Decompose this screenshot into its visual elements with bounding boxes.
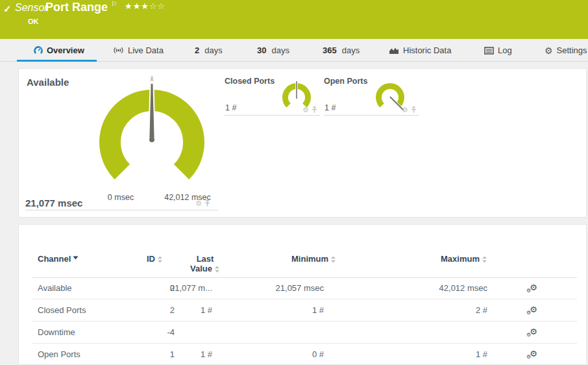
gauge-open-ports-underline <box>324 115 419 116</box>
sort-desc-icon <box>73 256 79 260</box>
tab-historic-data-label: Historic Data <box>403 45 451 55</box>
column-header-value-label: Value <box>190 264 212 273</box>
sort-both-icon <box>482 256 487 263</box>
gauge-settings-icon[interactable]: ⚙ <box>402 107 408 114</box>
tab-live-data[interactable]: Live Data <box>113 45 164 55</box>
tab-historic-data[interactable]: Historic Data <box>389 45 451 55</box>
column-header-last-label: Last <box>184 254 226 264</box>
gauge-available-max: 42,012 msec <box>152 193 223 202</box>
column-header-channel[interactable]: Channel <box>38 254 79 264</box>
channel-settings-gears-icon: ⚙⚙ <box>526 283 537 294</box>
tab-settings[interactable]: ⚙ Settings <box>545 45 587 55</box>
priority-stars[interactable]: ★★★☆☆ <box>125 1 165 11</box>
gauge-closed-ports-actions: ⚙ <box>302 106 317 114</box>
gauge-available-actions: ⚙ <box>195 199 210 207</box>
channel-settings-gears-icon: ⚙⚙ <box>526 305 537 316</box>
gauge-open-ports-actions: ⚙ <box>402 106 417 114</box>
tab-overview-label: Overview <box>47 45 84 55</box>
table-row[interactable]: Open Ports 1 1 # 0 # 1 # ⚙⚙ <box>32 344 577 365</box>
channels-panel: Channel ID Last Value Minimum <box>18 224 587 365</box>
channel-name[interactable]: Closed Ports <box>38 299 135 321</box>
settings-gear-icon: ⚙ <box>545 46 553 55</box>
channel-minimum: 0 # <box>254 344 324 365</box>
sort-both-icon <box>157 256 163 263</box>
tab-log-label: Log <box>498 45 512 55</box>
column-header-maximum[interactable]: Maximum <box>441 254 487 264</box>
live-signal-icon <box>113 46 124 55</box>
tab-30-days-number: 30 <box>257 45 266 55</box>
channel-maximum: 42,012 msec <box>416 277 487 299</box>
channel-minimum <box>254 321 324 343</box>
gauge-open-ports-label: Open Ports <box>324 77 367 86</box>
sort-both-icon <box>214 266 220 273</box>
channel-name[interactable]: Open Ports <box>38 344 135 365</box>
column-header-id-label: ID <box>147 254 155 264</box>
object-type-label: Sensor <box>15 2 48 14</box>
gauge-open-ports-value: 1 # <box>325 103 336 112</box>
channel-minimum: 21,057 msec <box>254 277 324 299</box>
channel-settings-button[interactable]: ⚙⚙ <box>526 277 546 299</box>
mean-marker-icon: x̄ <box>151 75 154 82</box>
channel-last-value <box>150 321 212 343</box>
channel-name[interactable]: Downtime <box>38 321 135 343</box>
historic-chart-icon <box>389 46 399 55</box>
channel-settings-button[interactable]: ⚙⚙ <box>526 321 546 343</box>
gauge-available[interactable]: x̄ <box>95 75 212 186</box>
channel-table: Available 0 21,077 m... 21,057 msec 42,0… <box>32 277 577 365</box>
active-tab-underline <box>17 60 97 62</box>
gauge-settings-icon[interactable]: ⚙ <box>302 107 309 114</box>
channel-settings-button[interactable]: ⚙⚙ <box>526 344 546 365</box>
stars-filled: ★★★ <box>125 1 149 11</box>
tab-log[interactable]: Log <box>484 45 512 55</box>
channel-minimum: 1 # <box>254 299 324 321</box>
channel-maximum: 1 # <box>416 344 487 365</box>
tab-2-days[interactable]: 2 days <box>195 45 223 55</box>
gauge-closed-ports-underline <box>225 115 320 116</box>
tab-2-days-number: 2 <box>195 45 199 55</box>
stars-empty: ☆☆ <box>149 1 165 11</box>
pin-icon[interactable] <box>312 106 317 114</box>
gauge-available-underline <box>25 210 218 210</box>
sensor-page: ✓ Sensor Port Range ⚐ ★★★☆☆ OK Overview … <box>0 0 588 365</box>
tab-settings-label: Settings <box>557 45 587 55</box>
sort-both-icon <box>330 256 336 263</box>
flag-icon[interactable]: ⚐ <box>111 0 117 8</box>
column-header-minimum-label: Minimum <box>291 254 328 264</box>
column-header-channel-label: Channel <box>38 254 71 264</box>
channel-name[interactable]: Available <box>38 277 135 299</box>
gauge-available-value: 21,077 msec <box>25 197 82 208</box>
gauge-closed-ports-value: 1 # <box>225 103 236 112</box>
gauge-closed-ports-label: Closed Ports <box>225 77 275 86</box>
tab-2-days-label: days <box>204 45 222 55</box>
column-header-minimum[interactable]: Minimum <box>291 254 336 264</box>
tab-365-days[interactable]: 365 days <box>323 45 360 55</box>
log-list-icon <box>484 47 494 55</box>
tab-365-days-label: days <box>342 45 360 55</box>
tab-30-days-label: days <box>271 45 289 55</box>
channel-maximum <box>416 321 487 343</box>
column-header-id[interactable]: ID <box>147 254 163 264</box>
tab-overview[interactable]: Overview <box>34 45 84 55</box>
channel-last-value: 1 # <box>150 344 212 365</box>
table-row[interactable]: Downtime -4 ⚙⚙ <box>32 321 577 344</box>
gauge-settings-icon[interactable]: ⚙ <box>195 200 202 207</box>
gauges-panel: Available x̄ 0 msec 42,012 msec 21,077 m… <box>18 68 587 218</box>
tab-365-days-number: 365 <box>323 45 337 55</box>
tab-live-data-label: Live Data <box>128 45 164 55</box>
sensor-header: ✓ Sensor Port Range ⚐ ★★★☆☆ OK <box>0 0 588 39</box>
status-badge: OK <box>28 18 39 25</box>
table-row[interactable]: Closed Ports 2 1 # 1 # 2 # ⚙⚙ <box>32 299 577 321</box>
column-header-last-value[interactable]: Last Value <box>184 254 226 273</box>
channel-settings-button[interactable]: ⚙⚙ <box>526 299 546 321</box>
pin-icon[interactable] <box>411 106 417 114</box>
page-title: Port Range <box>45 1 108 14</box>
tab-30-days[interactable]: 30 days <box>257 45 289 55</box>
channel-last-value: 21,077 m... <box>150 277 212 299</box>
pin-icon[interactable] <box>204 199 210 207</box>
channel-maximum: 2 # <box>416 299 487 321</box>
channel-last-value: 1 # <box>150 299 212 321</box>
channel-settings-gears-icon: ⚙⚙ <box>526 327 537 338</box>
gauge-icon <box>34 46 43 55</box>
channel-settings-gears-icon: ⚙⚙ <box>526 349 537 360</box>
table-row[interactable]: Available 0 21,077 m... 21,057 msec 42,0… <box>32 277 577 299</box>
